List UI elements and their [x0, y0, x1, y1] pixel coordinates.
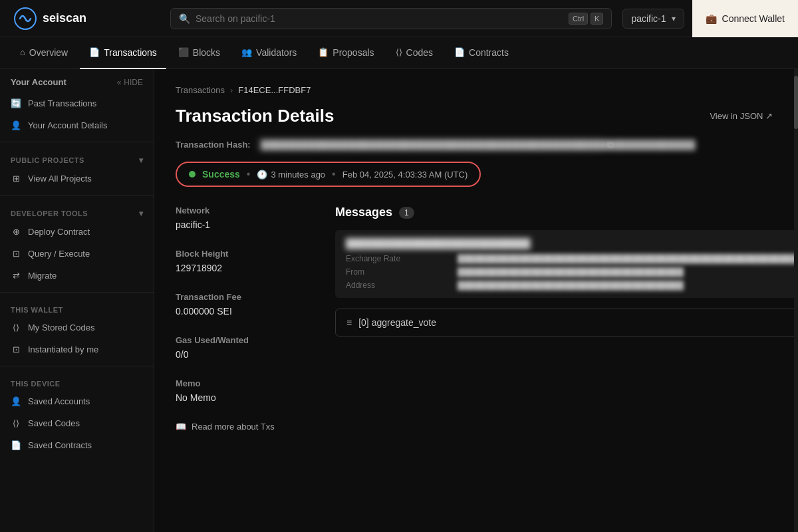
chevron-down-icon: ▾ — [672, 14, 676, 23]
saved-codes-icon: ⟨⟩ — [11, 418, 21, 428]
sidebar-item-account-details[interactable]: 👤 Your Account Details — [0, 114, 154, 136]
sidebar-developer-tools-title: Developer Tools ▾ — [0, 201, 154, 221]
status-date: Feb 04, 2025, 4:03:33 AM (UTC) — [342, 170, 468, 180]
breadcrumb-current: F14ECE...FFDBF7 — [238, 85, 311, 95]
sidebar-item-migrate[interactable]: ⇄ Migrate — [0, 265, 154, 287]
list-icon: ≡ — [346, 317, 352, 328]
nav-transactions[interactable]: 📄 Transactions — [80, 37, 166, 69]
saved-contracts-icon: 📄 — [11, 440, 21, 450]
message-field-address: Address ████████████████████████████████… — [346, 281, 794, 290]
nav-overview[interactable]: ⌂ Overview — [11, 37, 77, 69]
blocks-icon: ⬛ — [178, 47, 189, 57]
wallet-icon: 💼 — [706, 13, 717, 24]
nav-contracts[interactable]: 📄 Contracts — [445, 37, 518, 69]
sidebar-item-instantiated-by-me-label: Instantiated by me — [28, 344, 98, 354]
status-row: Success • 🕐 3 minutes ago • Feb 04, 2025… — [176, 162, 481, 187]
message-fields: Exchange Rate ██████████████████████████… — [346, 254, 794, 290]
sidebar-divider-3 — [0, 292, 154, 293]
nav-blocks-label: Blocks — [193, 47, 220, 58]
scroll-thumb[interactable] — [794, 76, 798, 129]
sidebar-item-account-details-label: Your Account Details — [28, 120, 107, 130]
kbd-k: K — [591, 13, 603, 25]
sidebar-item-instantiated-by-me[interactable]: ⊡ Instantiated by me — [0, 338, 154, 360]
sidebar-divider-4 — [0, 366, 154, 366]
book-icon: 📖 — [176, 422, 186, 432]
breadcrumb: Transactions › F14ECE...FFDBF7 — [176, 85, 773, 95]
field-address-label: Address — [346, 281, 452, 290]
sidebar: Your Account « HIDE 🔄 Past Transactions … — [0, 69, 154, 532]
account-details-icon: 👤 — [11, 120, 21, 130]
view-all-projects-icon: ⊞ — [11, 174, 21, 184]
sidebar-item-deploy-contract[interactable]: ⊕ Deploy Contract — [0, 221, 154, 243]
details-grid: Network pacific-1 Block Height 129718902… — [176, 205, 773, 432]
page-title: Transaction Details — [176, 106, 334, 126]
saved-accounts-icon: 👤 — [11, 396, 21, 406]
nav-contracts-label: Contracts — [469, 47, 509, 58]
detail-tx-fee-label: Transaction Fee — [176, 292, 314, 302]
instantiated-icon: ⊡ — [11, 344, 21, 354]
proposals-icon: 📋 — [318, 47, 329, 57]
status-separator-1: • — [247, 168, 251, 180]
search-bar[interactable]: 🔍 Ctrl K — [170, 8, 612, 29]
nav-validators[interactable]: 👥 Validators — [232, 37, 306, 69]
status-separator-2: • — [332, 168, 336, 180]
sidebar-item-saved-contracts[interactable]: 📄 Saved Contracts — [0, 434, 154, 456]
sidebar-this-wallet-title: This Wallet — [0, 298, 154, 317]
keyboard-shortcut: Ctrl K — [569, 13, 603, 25]
status-time-ago: 🕐 3 minutes ago — [257, 170, 325, 180]
read-more-link[interactable]: 📖 Read more about Txs — [176, 422, 314, 432]
sidebar-item-migrate-label: Migrate — [28, 271, 57, 281]
kbd-ctrl: Ctrl — [569, 13, 588, 25]
sidebar-your-account-header: Your Account « HIDE — [0, 69, 154, 92]
nav-blocks[interactable]: ⬛ Blocks — [169, 37, 229, 69]
network-name: pacific-1 — [631, 13, 666, 24]
nav-proposals[interactable]: 📋 Proposals — [309, 37, 383, 69]
collapse-icon-2[interactable]: ▾ — [139, 209, 144, 218]
contracts-icon: 📄 — [454, 47, 465, 57]
sidebar-item-saved-codes-label: Saved Codes — [28, 418, 80, 428]
sidebar-item-saved-codes[interactable]: ⟨⟩ Saved Codes — [0, 412, 154, 434]
status-text: Success — [202, 169, 240, 180]
detail-memo-label: Memo — [176, 378, 314, 388]
migrate-icon: ⇄ — [11, 271, 21, 281]
query-execute-icon: ⊡ — [11, 249, 21, 259]
detail-gas-label: Gas Used/Wanted — [176, 335, 314, 345]
sidebar-item-my-stored-codes[interactable]: ⟨⟩ My Stored Codes — [0, 317, 154, 338]
sidebar-item-saved-accounts[interactable]: 👤 Saved Accounts — [0, 390, 154, 412]
messages-section: Messages 1 ████████████████████████████ … — [335, 205, 794, 432]
detail-memo: Memo No Memo — [176, 378, 314, 403]
sidebar-item-my-stored-codes-label: My Stored Codes — [28, 323, 94, 332]
detail-gas: Gas Used/Wanted 0/0 — [176, 335, 314, 360]
field-address-value: ████████████████████████████████████████ — [458, 281, 794, 290]
sidebar-item-query-execute-label: Query / Execute — [28, 249, 90, 259]
sidebar-your-account-title: Your Account — [11, 77, 66, 87]
sidebar-public-projects-title: Public Projects ▾ — [0, 148, 154, 168]
aggregate-vote-section[interactable]: ≡ [0] aggregate_vote — [335, 309, 794, 336]
sidebar-hide-button[interactable]: « HIDE — [117, 78, 143, 87]
page-title-row: Transaction Details View in JSON ↗ — [176, 106, 773, 126]
sidebar-item-view-all-projects[interactable]: ⊞ View All Projects — [0, 168, 154, 190]
sidebar-item-query-execute[interactable]: ⊡ Query / Execute — [0, 243, 154, 265]
detail-memo-value: No Memo — [176, 392, 314, 403]
sidebar-item-saved-contracts-label: Saved Contracts — [28, 440, 92, 450]
message-item: ████████████████████████████ Exchange Ra… — [335, 230, 794, 298]
collapse-icon[interactable]: ▾ — [139, 156, 144, 165]
sidebar-divider-2 — [0, 195, 154, 196]
view-json-button[interactable]: View in JSON ↗ — [710, 111, 773, 121]
aggregate-vote-label: [0] aggregate_vote — [358, 317, 436, 328]
stored-codes-icon: ⟨⟩ — [11, 323, 21, 332]
search-input[interactable] — [196, 13, 563, 24]
connect-wallet-button[interactable]: 💼 Connect Wallet — [692, 0, 798, 37]
clock-icon: 🕐 — [257, 170, 267, 180]
nav-codes[interactable]: ⟨⟩ Codes — [386, 37, 442, 69]
logo-text: seiscan — [43, 11, 86, 25]
chevron-left-icon: « — [117, 78, 122, 87]
message-title: ████████████████████████████ — [346, 238, 794, 249]
content-area: Transactions › F14ECE...FFDBF7 Transacti… — [154, 69, 794, 532]
nav-codes-label: Codes — [406, 47, 433, 58]
sidebar-item-past-transactions[interactable]: 🔄 Past Transactions — [0, 92, 154, 114]
scrollbar[interactable] — [794, 69, 798, 532]
detail-network: Network pacific-1 — [176, 205, 314, 230]
breadcrumb-parent[interactable]: Transactions — [176, 85, 225, 95]
network-selector[interactable]: pacific-1 ▾ — [622, 9, 684, 29]
